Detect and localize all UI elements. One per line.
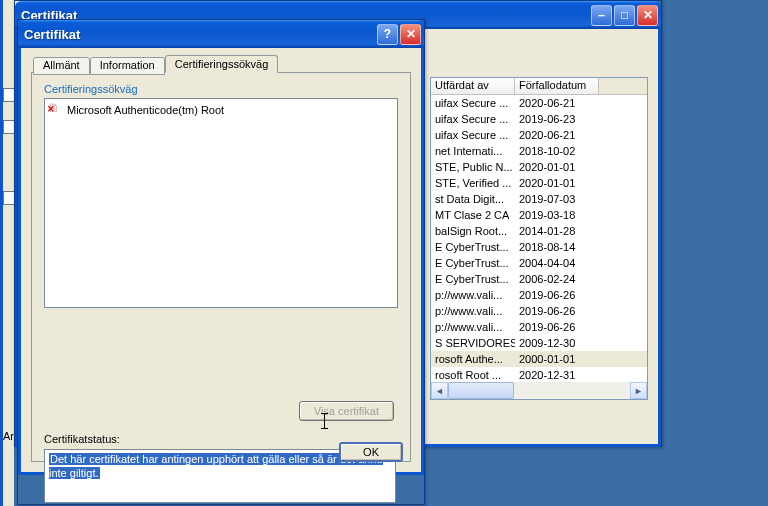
tab-general[interactable]: Allmänt bbox=[33, 57, 90, 75]
cell-expiry: 2009-12-30 bbox=[515, 336, 599, 350]
cell-issued-by: p://www.vali... bbox=[431, 320, 515, 334]
scroll-thumb[interactable] bbox=[448, 382, 514, 399]
cell-issued-by: p://www.vali... bbox=[431, 304, 515, 318]
table-row[interactable]: E CyberTrust...2018-08-14 bbox=[431, 239, 647, 255]
table-row[interactable]: rosoft Authe...2000-01-01 bbox=[431, 351, 647, 367]
cell-issued-by: S SERVIDORES bbox=[431, 336, 515, 350]
cell-expiry: 2020-06-21 bbox=[515, 128, 599, 142]
table-row[interactable]: E CyberTrust...2006-02-24 bbox=[431, 271, 647, 287]
dialog-title: Certifikat bbox=[24, 27, 377, 42]
view-certificate-button: Visa certifikat bbox=[299, 401, 394, 421]
table-row[interactable]: S SERVIDORES2009-12-30 bbox=[431, 335, 647, 351]
table-row[interactable]: MT Clase 2 CA2019-03-18 bbox=[431, 207, 647, 223]
table-row[interactable]: STE, Public N...2020-01-01 bbox=[431, 159, 647, 175]
cell-issued-by: STE, Public N... bbox=[431, 160, 515, 174]
certificate-dialog: Certifikat ? ✕ Allmänt Information Certi… bbox=[17, 19, 425, 505]
table-row[interactable]: uifax Secure ...2020-06-21 bbox=[431, 95, 647, 111]
cell-issued-by: uifax Secure ... bbox=[431, 112, 515, 126]
minimize-button[interactable]: – bbox=[591, 5, 612, 26]
cell-issued-by: net Internati... bbox=[431, 144, 515, 158]
cell-expiry: 2019-03-18 bbox=[515, 208, 599, 222]
table-row[interactable]: balSign Root...2014-01-28 bbox=[431, 223, 647, 239]
cert-status-text: Det här certifikatet har antingen upphör… bbox=[49, 453, 383, 479]
cell-issued-by: uifax Secure ... bbox=[431, 96, 515, 110]
cell-issued-by: STE, Verified ... bbox=[431, 176, 515, 190]
cell-expiry: 2019-07-03 bbox=[515, 192, 599, 206]
cell-expiry: 2020-06-21 bbox=[515, 96, 599, 110]
cell-expiry: 2018-08-14 bbox=[515, 240, 599, 254]
cell-issued-by: st Data Digit... bbox=[431, 192, 515, 206]
truncated-label: Ar bbox=[3, 430, 14, 442]
column-expiry[interactable]: Förfallodatum bbox=[515, 78, 599, 94]
certpath-item[interactable]: Microsoft Authenticode(tm) Root bbox=[49, 103, 393, 117]
cell-issued-by: uifax Secure ... bbox=[431, 128, 515, 142]
cell-issued-by: E CyberTrust... bbox=[431, 240, 515, 254]
column-issued-by[interactable]: Utfärdat av bbox=[431, 78, 515, 94]
tab-information[interactable]: Information bbox=[90, 57, 165, 75]
cell-expiry: 2000-01-01 bbox=[515, 352, 599, 366]
tab-panel-certpath: Certifieringssökväg Microsoft Authentico… bbox=[31, 72, 411, 462]
cell-expiry: 2018-10-02 bbox=[515, 144, 599, 158]
cell-expiry: 2019-06-23 bbox=[515, 112, 599, 126]
table-row[interactable]: uifax Secure ...2020-06-21 bbox=[431, 127, 647, 143]
cert-error-icon bbox=[49, 103, 63, 117]
table-row[interactable]: E CyberTrust...2004-04-04 bbox=[431, 255, 647, 271]
scroll-track[interactable] bbox=[448, 382, 630, 399]
table-row[interactable]: st Data Digit...2019-07-03 bbox=[431, 191, 647, 207]
cell-expiry: 2019-06-26 bbox=[515, 320, 599, 334]
cell-expiry: 2006-02-24 bbox=[515, 272, 599, 286]
list-header[interactable]: Utfärdat av Förfallodatum bbox=[431, 78, 647, 95]
table-row[interactable]: uifax Secure ...2019-06-23 bbox=[431, 111, 647, 127]
dialog-titlebar[interactable]: Certifikat ? ✕ bbox=[18, 20, 424, 48]
close-button[interactable]: ✕ bbox=[637, 5, 658, 26]
cell-issued-by: balSign Root... bbox=[431, 224, 515, 238]
table-row[interactable]: STE, Verified ...2020-01-01 bbox=[431, 175, 647, 191]
tab-certpath[interactable]: Certifieringssökväg bbox=[165, 55, 279, 73]
cell-expiry: 2004-04-04 bbox=[515, 256, 599, 270]
certpath-item-label: Microsoft Authenticode(tm) Root bbox=[67, 104, 224, 116]
cell-expiry: 2019-06-26 bbox=[515, 304, 599, 318]
cell-issued-by: MT Clase 2 CA bbox=[431, 208, 515, 222]
cell-issued-by: E CyberTrust... bbox=[431, 256, 515, 270]
table-row[interactable]: p://www.vali...2019-06-26 bbox=[431, 303, 647, 319]
cell-expiry: 2020-01-01 bbox=[515, 176, 599, 190]
cert-status-label: Certifikatstatus: bbox=[44, 433, 120, 445]
certificate-listview[interactable]: Utfärdat av Förfallodatum uifax Secure .… bbox=[430, 77, 648, 400]
cell-issued-by: rosoft Root ... bbox=[431, 368, 515, 382]
cell-expiry: 2019-06-26 bbox=[515, 288, 599, 302]
certpath-tree[interactable]: Microsoft Authenticode(tm) Root bbox=[44, 98, 398, 308]
table-row[interactable]: net Internati...2018-10-02 bbox=[431, 143, 647, 159]
table-row[interactable]: rosoft Root ...2020-12-31 bbox=[431, 367, 647, 382]
close-button[interactable]: ✕ bbox=[400, 24, 421, 45]
scroll-left-arrow[interactable]: ◄ bbox=[431, 382, 448, 399]
help-button[interactable]: ? bbox=[377, 24, 398, 45]
scroll-right-arrow[interactable]: ► bbox=[630, 382, 647, 399]
cell-issued-by: rosoft Authe... bbox=[431, 352, 515, 366]
table-row[interactable]: p://www.vali...2019-06-26 bbox=[431, 319, 647, 335]
certpath-group-label: Certifieringssökväg bbox=[44, 83, 398, 95]
maximize-button[interactable]: □ bbox=[614, 5, 635, 26]
cell-expiry: 2020-12-31 bbox=[515, 368, 599, 382]
cell-expiry: 2014-01-28 bbox=[515, 224, 599, 238]
ok-button[interactable]: OK bbox=[339, 442, 403, 462]
table-row[interactable]: p://www.vali...2019-06-26 bbox=[431, 287, 647, 303]
horizontal-scrollbar[interactable]: ◄ ► bbox=[431, 382, 647, 399]
cell-expiry: 2020-01-01 bbox=[515, 160, 599, 174]
cell-issued-by: p://www.vali... bbox=[431, 288, 515, 302]
cell-issued-by: E CyberTrust... bbox=[431, 272, 515, 286]
